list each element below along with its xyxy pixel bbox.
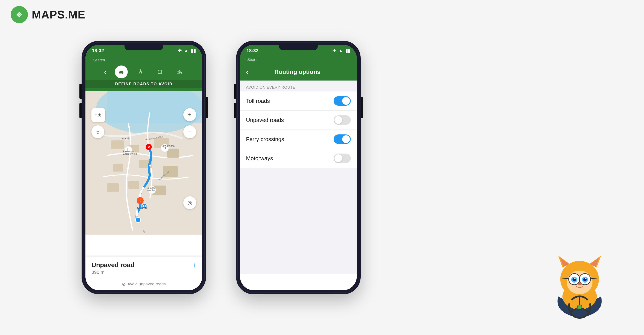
routing-item-ferry-crossings: Ferry crossings	[240, 130, 357, 149]
route-subtitle: 390 m	[92, 270, 196, 275]
svg-text:!: !	[140, 198, 141, 203]
search-label-1: Search	[93, 58, 105, 62]
zoom-in-btn[interactable]: +	[183, 108, 196, 121]
zoom-out-btn[interactable]: −	[183, 126, 196, 138]
svg-rect-13	[111, 140, 124, 149]
svg-rect-21	[128, 181, 139, 189]
battery-icon-2: ▮▮	[345, 48, 350, 54]
map-area[interactable]: ⊘ ! 🍴 H	[86, 91, 202, 235]
svg-text:Hotel Palma: Hotel Palma	[160, 144, 175, 148]
svg-rect-20	[107, 184, 119, 192]
airplane-icon-2: ✈	[332, 48, 336, 54]
svg-text:Eagle's Wing: Eagle's Wing	[123, 152, 137, 155]
logo-icon	[11, 6, 28, 23]
avoid-label: Avoid unpaved roads	[128, 282, 166, 286]
svg-rect-17	[113, 164, 123, 172]
svg-rect-16	[167, 149, 179, 158]
phone2-home-bar	[281, 286, 316, 288]
svg-point-3	[122, 73, 123, 74]
phone2-frame: 18:32 ✈ ▲ ▮▮ ‹ Search ‹ Routing options …	[236, 41, 361, 294]
status-time-2: 18:32	[246, 48, 258, 54]
ferry-crossings-toggle[interactable]	[334, 134, 351, 144]
tab-walk[interactable]	[134, 66, 147, 78]
route-card: Unpaved road 390 m ↑ ⊘ Avoid unpaved roa…	[86, 256, 202, 290]
route-direction-arrow: ↑	[193, 261, 196, 269]
mascot	[537, 236, 622, 322]
location-btn[interactable]: ◎	[183, 196, 196, 209]
toggle-knob-ferry	[342, 135, 350, 143]
toggle-knob-toll	[342, 97, 350, 105]
avoid-unpaved-btn[interactable]: ⊘ Avoid unpaved roads	[92, 278, 196, 287]
logo-text: MAPS.ME	[32, 8, 86, 21]
routing-item-motorways: Motorways	[240, 149, 357, 168]
svg-point-1	[18, 14, 20, 16]
phone2-screen: 18:32 ✈ ▲ ▮▮ ‹ Search ‹ Routing options …	[240, 45, 357, 290]
svg-point-57	[583, 278, 587, 281]
nav-banner: DEFINE ROADS TO AVOID	[86, 80, 202, 88]
tab-car[interactable]	[115, 66, 128, 78]
logo-area: MAPS.ME	[11, 6, 86, 23]
airplane-icon: ✈	[178, 48, 182, 54]
svg-text:⊘: ⊘	[148, 145, 150, 149]
nav-header-1: ‹	[86, 64, 202, 91]
wifi-icon-2: ▲	[338, 48, 343, 54]
wifi-icon: ▲	[184, 48, 188, 54]
phone2-notch	[279, 45, 318, 50]
route-title: Unpaved road	[92, 261, 196, 269]
phone1-screen: 18:32 ✈ ▲ ▮▮ ‹ Search ‹	[86, 45, 202, 290]
routing-item-toll-roads: Toll roads	[240, 92, 357, 110]
toll-roads-toggle[interactable]	[334, 96, 351, 106]
toggle-knob-motorways	[334, 154, 342, 162]
phone-home-bar	[127, 286, 161, 288]
zoom-in-icon: +	[188, 111, 192, 118]
svg-point-66	[578, 305, 582, 309]
svg-text:Sarandë: Sarandë	[137, 206, 148, 210]
map-chevron: ∧	[142, 228, 146, 234]
layers-btn[interactable]: ≡★	[92, 108, 105, 122]
motorways-toggle[interactable]	[334, 154, 351, 163]
search-map-btn[interactable]: ⌕	[92, 126, 104, 138]
phone1-frame: 18:32 ✈ ▲ ▮▮ ‹ Search ‹	[82, 41, 206, 294]
routing-item-unpaved-roads: Unpaved roads	[240, 110, 357, 130]
banner-text: DEFINE ROADS TO AVOID	[115, 82, 172, 86]
search-bar-2: ‹ Search	[240, 57, 357, 63]
tab-transit[interactable]	[154, 66, 166, 78]
toll-roads-label: Toll roads	[246, 98, 270, 104]
routing-items-list: Toll roads Unpaved roads Ferry crossings	[240, 92, 357, 168]
back-arrow-search-1: ‹	[90, 58, 91, 62]
svg-text:Ionianét: Ionianét	[120, 137, 130, 140]
toggle-knob-unpaved	[334, 116, 342, 124]
motorways-label: Motorways	[246, 155, 273, 162]
tab-bike[interactable]	[173, 66, 186, 78]
routing-title: Routing options	[253, 68, 342, 76]
routing-body: AVOID ON EVERY ROUTE Toll roads Unpaved …	[240, 80, 357, 274]
unpaved-roads-toggle[interactable]	[334, 115, 351, 125]
nav-tabs-1: ‹	[86, 66, 202, 78]
routing-back-btn[interactable]: ‹	[246, 68, 248, 76]
ferry-crossings-label: Ferry crossings	[246, 136, 284, 142]
svg-point-27	[136, 217, 140, 222]
nav-back-btn[interactable]: ‹	[102, 68, 108, 76]
svg-point-60	[578, 282, 582, 286]
svg-point-4	[140, 69, 141, 71]
routing-section-header: AVOID ON EVERY ROUTE	[240, 80, 357, 92]
svg-point-6	[159, 72, 160, 73]
svg-point-2	[120, 73, 120, 74]
battery-icon: ▮▮	[190, 48, 196, 54]
svg-point-56	[572, 278, 576, 281]
phone-notch	[124, 45, 163, 50]
svg-point-7	[160, 72, 161, 73]
zoom-out-icon: −	[188, 128, 192, 135]
svg-point-58	[574, 278, 576, 280]
search-bar-1: ‹ Search	[86, 57, 202, 64]
routing-header: ‹ Routing options	[240, 63, 357, 80]
unpaved-roads-label: Unpaved roads	[246, 117, 284, 124]
search-label-2: Search	[247, 58, 260, 62]
svg-point-59	[585, 278, 586, 280]
svg-text:Hospital: Hospital	[146, 189, 155, 192]
status-time-1: 18:32	[92, 48, 104, 54]
